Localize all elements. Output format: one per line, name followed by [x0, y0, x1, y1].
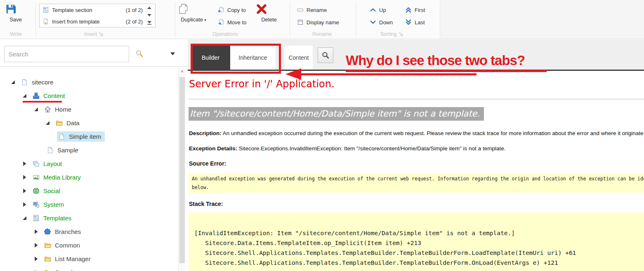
expand-toggle-icon[interactable] [22, 189, 28, 194]
collapse-toggle-icon[interactable] [22, 216, 28, 221]
sorting-group-label: Sorting [380, 31, 403, 37]
tree-item-label: Branches [55, 228, 81, 235]
save-button[interactable]: Save [5, 2, 26, 23]
collapse-toggle-icon[interactable] [22, 93, 28, 98]
rename-group-label: Rename [312, 31, 332, 37]
expand-toggle-icon[interactable] [22, 161, 28, 166]
expand-toggle-icon[interactable] [34, 229, 40, 234]
tree-item-sample[interactable]: Sample [0, 143, 177, 157]
tab-inheritance-label: Inheritance [238, 54, 267, 61]
tree-item-data[interactable]: Data [0, 116, 177, 130]
tree-item-system[interactable]: System [0, 198, 177, 211]
folder-icon [44, 269, 51, 271]
scrollbar-up-icon[interactable]: ˄ [179, 67, 186, 75]
spinner-up-icon[interactable] [147, 7, 151, 9]
sort-up-button[interactable]: Up [370, 5, 386, 14]
content-tree: sitecore Content Home Data Simple item [0, 67, 177, 271]
dialog-launcher-icon[interactable] [99, 32, 103, 36]
media-icon [33, 174, 40, 181]
sort-down-label: Down [379, 19, 393, 26]
tree-item-media-library[interactable]: Media Library [0, 171, 177, 184]
tree-item-simple-item[interactable]: Simple item [0, 130, 177, 143]
description-label: Description: [189, 130, 222, 136]
rename-icon [297, 7, 304, 13]
folder-icon [56, 119, 63, 126]
tree-item-label: Simple item [69, 133, 101, 140]
sort-first-button[interactable]: First [405, 5, 425, 14]
stack-trace-heading: Stack Trace: [189, 201, 223, 207]
tree-item-sample[interactable]: Sample [0, 266, 177, 271]
expand-toggle-icon[interactable] [22, 175, 28, 180]
search-icon[interactable] [135, 49, 144, 58]
tab-builder-label: Builder [202, 54, 220, 61]
sort-first-label: First [415, 7, 425, 13]
exception-details-label: Exception Details: [189, 145, 237, 152]
insert-list-spinner[interactable] [144, 5, 154, 26]
insert-option[interactable]: Insert from template (2 of 2) [40, 16, 155, 27]
editor-tabstrip: Builder Inheritance Content [188, 40, 644, 71]
tree-item-list-manager[interactable]: List Manager [0, 252, 177, 266]
duplicate-icon [177, 3, 210, 15]
insert-group-label: Insert [84, 31, 103, 37]
collapse-toggle-icon[interactable] [45, 121, 51, 126]
copy-to-icon [218, 7, 224, 13]
insert-option[interactable]: Template section (1 of 2) [40, 4, 155, 16]
tree-item-label: Content [43, 92, 65, 99]
delete-label: Delete [261, 16, 277, 23]
move-to-icon [218, 19, 224, 26]
scrollbar-thumb[interactable] [179, 77, 185, 263]
insert-options-list[interactable]: Template section (1 of 2) Insert from te… [39, 4, 156, 28]
move-to-button[interactable]: Move to [218, 18, 246, 27]
tree-scrollbar[interactable]: ˄ [178, 67, 186, 271]
dialog-launcher-icon[interactable] [399, 32, 403, 36]
tree-item-label: Sample [55, 269, 76, 271]
expand-toggle-icon[interactable] [34, 257, 40, 262]
tree-item-home[interactable]: Home [0, 103, 177, 116]
expand-toggle-icon[interactable] [34, 243, 40, 248]
ribbon-toolbar: Save Write Template section (1 of 2) Ins… [0, 0, 644, 39]
sort-down-button[interactable]: Down [370, 18, 393, 27]
tree-item-sitecore[interactable]: sitecore [0, 75, 177, 89]
collapse-toggle-icon[interactable] [11, 80, 17, 85]
spinner-end-icon[interactable] [147, 21, 151, 25]
template-section-icon [42, 7, 49, 13]
tree-item-label: Templates [43, 215, 71, 222]
search-input[interactable] [4, 46, 129, 62]
spinner-down-icon[interactable] [147, 14, 151, 16]
tree-item-label: List Manager [55, 255, 91, 262]
collapse-toggle-icon[interactable] [34, 107, 40, 112]
expand-toggle-icon[interactable] [22, 202, 28, 207]
tree-item-layout[interactable]: Layout [0, 157, 177, 171]
tree-item-label: Layout [43, 160, 62, 167]
tab-search-button[interactable] [318, 47, 333, 63]
tree-item-templates[interactable]: Templates [0, 211, 177, 225]
chevron-down-icon [370, 19, 376, 26]
folder-icon [44, 242, 51, 249]
tree-item-social[interactable]: Social [0, 184, 177, 198]
document-icon [58, 133, 65, 140]
tab-builder[interactable]: Builder [191, 46, 230, 70]
divider [189, 99, 644, 99]
system-icon [33, 201, 40, 208]
delete-button[interactable]: Delete [256, 2, 282, 23]
sort-last-button[interactable]: Last [405, 18, 425, 27]
rename-button[interactable]: Rename [297, 5, 327, 14]
ribbon-divider [440, 2, 440, 36]
operations-group-label: Operations [212, 31, 238, 37]
duplicate-button[interactable]: Duplicate▾ [177, 2, 210, 23]
sort-up-label: Up [379, 7, 386, 13]
cubes-icon [33, 92, 40, 99]
display-name-button[interactable]: Display name [297, 18, 339, 27]
error-title: Server Error in '/' Application. [189, 78, 335, 90]
copy-to-button[interactable]: Copy to [218, 5, 246, 14]
chevron-up-icon [370, 7, 376, 13]
tab-inheritance[interactable]: Inheritance [230, 46, 276, 70]
tree-item-common[interactable]: Common [0, 238, 177, 252]
ribbon-divider [35, 2, 36, 36]
search-options-caret-icon[interactable] [170, 52, 175, 56]
tab-content[interactable]: Content [285, 46, 313, 70]
source-error-box: An unhandled exception was generated dur… [189, 173, 644, 193]
stack-trace-box: [InvalidItemException: Item "/sitecore/c… [189, 213, 644, 271]
tree-item-branches[interactable]: Branches [0, 225, 177, 238]
tree-item-content[interactable]: Content [0, 89, 177, 103]
